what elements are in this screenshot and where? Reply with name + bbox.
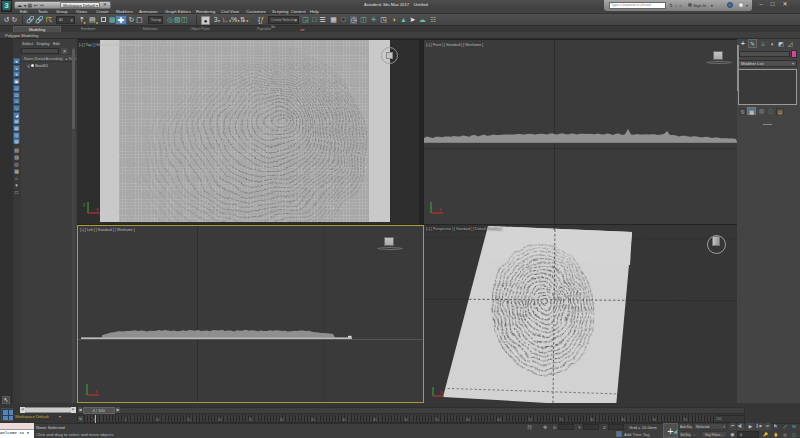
svg-text:x: x (95, 388, 98, 394)
svg-text:y: y (83, 201, 86, 207)
svg-text:x: x (439, 206, 442, 212)
svg-text:x: x (440, 389, 443, 395)
svg-text:x: x (96, 206, 99, 212)
